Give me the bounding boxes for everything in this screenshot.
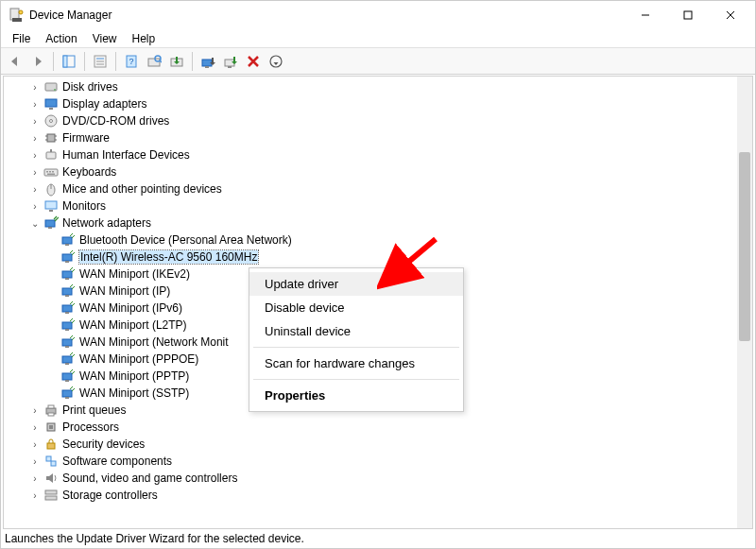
disable-button[interactable] [198, 51, 218, 72]
svg-rect-30 [47, 134, 55, 142]
chevron-right-icon[interactable]: › [28, 490, 42, 501]
chevron-right-icon[interactable]: › [28, 99, 42, 110]
svg-rect-54 [62, 288, 72, 295]
tree-item[interactable]: ›Disk drives [4, 78, 737, 95]
chevron-right-icon[interactable]: › [28, 133, 42, 144]
hid-icon [43, 147, 59, 163]
close-button[interactable] [709, 1, 751, 29]
svg-rect-72 [49, 425, 53, 429]
tree-item[interactable]: ›Sound, video and game controllers [4, 470, 737, 487]
net-icon [60, 335, 76, 350]
scan-hardware-button[interactable] [144, 51, 164, 72]
statusbar: Launches the Update Driver Wizard for th… [5, 531, 751, 546]
tree-item[interactable]: Intel(R) Wireless-AC 9560 160MHz [4, 249, 737, 266]
menu-separator [253, 347, 459, 348]
back-button[interactable] [5, 51, 26, 72]
toolbar-sep [53, 52, 54, 71]
tree-item[interactable]: ›Firmware [4, 129, 737, 146]
disc-icon [43, 113, 59, 129]
chevron-right-icon[interactable]: › [28, 473, 42, 484]
svg-rect-53 [65, 278, 69, 280]
tree-item-label: WAN Miniport (PPPOE) [79, 352, 198, 366]
chevron-right-icon[interactable]: › [28, 184, 42, 195]
net-icon [60, 249, 76, 265]
tree-item[interactable]: ›Processors [4, 419, 737, 436]
additional-button[interactable] [266, 51, 286, 72]
tree-item[interactable]: ›DVD/CD-ROM drives [4, 112, 737, 129]
monitor-icon [43, 198, 59, 214]
vertical-scrollbar[interactable] [737, 77, 752, 528]
maximize-button[interactable] [666, 1, 709, 29]
chevron-down-icon[interactable]: ⌄ [28, 218, 42, 229]
menu-file[interactable]: File [5, 32, 38, 45]
svg-rect-76 [45, 490, 57, 494]
chevron-right-icon[interactable]: › [28, 405, 42, 416]
svg-rect-56 [62, 305, 72, 312]
tree-item-label: Human Interface Devices [62, 148, 190, 162]
tree-item-label: Mice and other pointing devices [62, 182, 222, 196]
context-menu-item[interactable]: Uninstall device [249, 319, 463, 343]
svg-rect-61 [65, 346, 69, 348]
properties-button[interactable] [90, 51, 111, 72]
menu-action[interactable]: Action [38, 32, 84, 45]
context-menu-item[interactable]: Disable device [249, 296, 463, 319]
show-hide-tree-button[interactable] [59, 51, 79, 72]
tree-item-label: Network adapters [62, 216, 151, 230]
net-icon [60, 386, 76, 401]
svg-rect-65 [65, 380, 69, 382]
tree-item-label: Monitors [62, 199, 106, 213]
menu-view[interactable]: View [85, 32, 125, 45]
chevron-right-icon[interactable]: › [28, 150, 42, 161]
tree-item[interactable]: ›Storage controllers [4, 487, 737, 504]
net-icon [60, 232, 76, 248]
help-button[interactable]: ? [121, 51, 142, 72]
svg-rect-73 [47, 443, 55, 449]
chevron-right-icon[interactable]: › [28, 201, 42, 212]
tree-item[interactable]: ›Software components [4, 453, 737, 470]
svg-rect-39 [49, 171, 51, 173]
cpu-icon [43, 420, 59, 435]
tree-item[interactable]: ›Human Interface Devices [4, 146, 737, 163]
chevron-right-icon[interactable]: › [28, 82, 42, 93]
chevron-right-icon[interactable]: › [28, 116, 42, 127]
svg-rect-47 [48, 227, 52, 229]
svg-rect-58 [62, 322, 72, 329]
svg-point-25 [54, 89, 56, 91]
context-menu-item[interactable]: Scan for hardware changes [249, 352, 463, 375]
sound-icon [43, 471, 59, 486]
svg-rect-15 [148, 59, 160, 66]
menu-help[interactable]: Help [125, 32, 163, 45]
forward-button[interactable] [27, 51, 48, 72]
chevron-right-icon[interactable]: › [28, 456, 42, 467]
tree-item-label: Sound, video and game controllers [62, 472, 237, 485]
tree-item[interactable]: ›Monitors [4, 197, 737, 214]
tree-item-label: WAN Miniport (IPv6) [79, 301, 182, 315]
storage-icon [43, 488, 59, 503]
window-title: Device Manager [29, 9, 112, 22]
minimize-button[interactable] [624, 1, 666, 29]
update-driver-button[interactable] [166, 51, 187, 72]
toolbar-sep [84, 52, 85, 71]
tree-item[interactable]: ›Display adapters [4, 95, 737, 112]
tree-item[interactable]: ›Mice and other pointing devices [4, 180, 737, 197]
tree-item[interactable]: ›Security devices [4, 436, 737, 453]
context-menu-item[interactable]: Update driver [249, 272, 463, 296]
svg-rect-36 [50, 149, 52, 152]
svg-rect-59 [65, 329, 69, 331]
uninstall-button[interactable] [243, 51, 264, 72]
tree-item-label: Keyboards [62, 165, 116, 179]
svg-rect-22 [228, 66, 232, 68]
scrollbar-thumb[interactable] [739, 152, 750, 341]
tree-item[interactable]: ⌄Network adapters [4, 214, 737, 232]
tree-item[interactable]: ›Keyboards [4, 163, 737, 180]
svg-rect-41 [47, 174, 55, 176]
context-menu-item[interactable]: Properties [249, 384, 463, 407]
chevron-right-icon[interactable]: › [28, 167, 42, 178]
chevron-right-icon[interactable]: › [28, 422, 42, 433]
mouse-icon [43, 181, 59, 197]
svg-rect-60 [62, 339, 72, 346]
enable-button[interactable] [220, 51, 241, 72]
svg-rect-75 [51, 461, 56, 466]
tree-item[interactable]: Bluetooth Device (Personal Area Network) [4, 232, 737, 249]
chevron-right-icon[interactable]: › [28, 439, 42, 450]
